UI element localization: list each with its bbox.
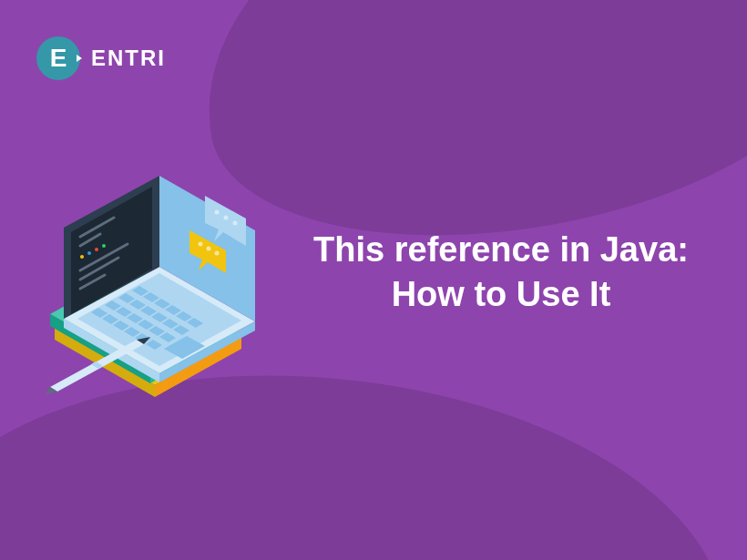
svg-point-3 [87, 251, 91, 255]
svg-point-5 [102, 244, 106, 248]
svg-point-2 [80, 255, 84, 259]
title-line-2: How to Use It [292, 272, 711, 317]
svg-point-11 [233, 221, 238, 226]
page-title: This reference in Java: How to Use It [292, 228, 711, 318]
svg-point-10 [224, 216, 229, 220]
svg-point-4 [95, 248, 98, 251]
laptop-illustration [27, 159, 273, 414]
title-line-1: This reference in Java: [292, 228, 711, 272]
svg-point-12 [199, 242, 203, 247]
logo-circle: E [36, 36, 80, 80]
brand-logo: E ENTRI [36, 36, 166, 80]
svg-point-9 [215, 210, 220, 215]
brand-text: ENTRI [91, 46, 166, 71]
logo-letter: E [50, 44, 67, 73]
play-icon [77, 55, 82, 62]
svg-point-13 [207, 247, 211, 251]
svg-point-14 [215, 251, 220, 256]
